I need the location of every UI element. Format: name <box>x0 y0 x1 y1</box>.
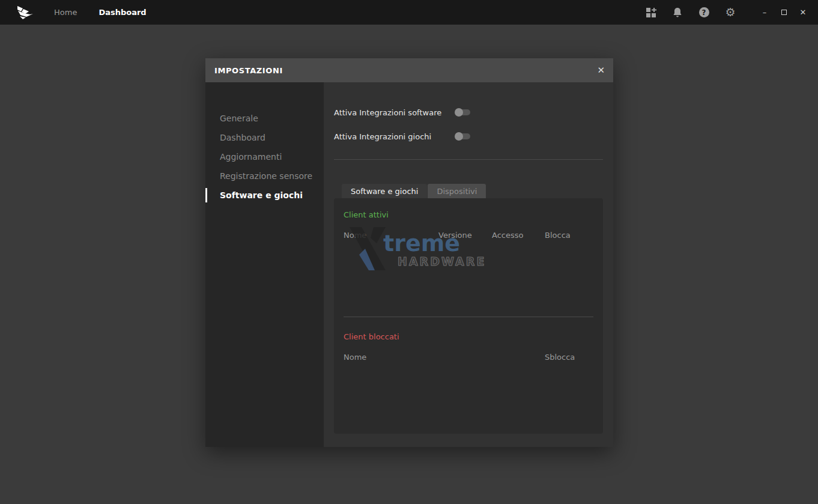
gear-glyph: ⚙ <box>725 7 735 18</box>
modal-close-icon[interactable]: ✕ <box>597 65 605 76</box>
modal-body: Generale Dashboard Aggiornamenti Registr… <box>205 82 613 447</box>
settings-modal: IMPOSTAZIONI ✕ Generale Dashboard Aggior… <box>205 58 613 447</box>
notifications-icon[interactable] <box>671 7 683 19</box>
sidebar-item-dashboard[interactable]: Dashboard <box>205 128 324 147</box>
topbar: Home Dashboard ? ⚙ – ✕ <box>0 0 818 25</box>
toggle-label-software: Attiva Integrazioni software <box>334 108 456 117</box>
toggle-label-games: Attiva Integrazioni giochi <box>334 132 456 141</box>
help-icon[interactable]: ? <box>698 7 710 19</box>
clients-divider <box>344 317 593 317</box>
maximize-button[interactable] <box>778 7 789 18</box>
col-header-sblocca: Sblocca <box>545 353 593 362</box>
settings-content: Attiva Integrazioni software Attiva Inte… <box>324 82 613 447</box>
main-nav: Home Dashboard <box>54 8 147 17</box>
software-integrations-toggle[interactable] <box>456 109 470 115</box>
close-window-button[interactable]: ✕ <box>798 7 808 18</box>
maximize-glyph <box>781 10 787 15</box>
add-device-icon[interactable] <box>645 7 657 19</box>
section-divider <box>334 159 603 160</box>
toggle-row-games: Attiva Integrazioni giochi <box>334 128 603 145</box>
clients-panel: Client attivi Nome Versione Accesso Bloc… <box>334 198 603 434</box>
sidebar-item-label: Software e giochi <box>220 190 303 200</box>
toggle-row-software: Attiva Integrazioni software <box>334 104 603 121</box>
watermark-hardware-text: HARDWARE <box>398 255 486 268</box>
game-integrations-toggle[interactable] <box>456 133 470 139</box>
col-header-nome: Nome <box>344 231 438 240</box>
active-clients-header-row: Nome Versione Accesso Blocca <box>344 231 593 240</box>
window-controls: – ✕ <box>759 7 808 18</box>
col-header-accesso: Accesso <box>492 231 545 240</box>
col-header-nome-blocked: Nome <box>344 353 545 362</box>
minimize-button[interactable]: – <box>759 7 770 18</box>
toggle-knob <box>455 132 463 141</box>
help-question-glyph: ? <box>699 7 709 17</box>
modal-title: IMPOSTAZIONI <box>214 66 283 75</box>
nav-dashboard[interactable]: Dashboard <box>98 8 146 17</box>
blocked-clients-header-row: Nome Sblocca <box>344 353 593 362</box>
blocked-clients-title: Client bloccati <box>344 332 593 341</box>
client-tabs: Software e giochi Dispositivi <box>342 184 603 198</box>
toggle-knob <box>455 108 463 117</box>
topbar-actions: ? ⚙ – ✕ <box>645 7 808 19</box>
sidebar-item-aggiornamenti[interactable]: Aggiornamenti <box>205 147 324 166</box>
sidebar-item-registrazione-sensore[interactable]: Registrazione sensore <box>205 166 324 186</box>
tab-dispositivi[interactable]: Dispositivi <box>428 184 486 198</box>
settings-icon[interactable]: ⚙ <box>724 7 736 19</box>
blocked-clients-section: Client bloccati Nome Sblocca <box>344 332 593 362</box>
settings-sidebar: Generale Dashboard Aggiornamenti Registr… <box>205 82 324 447</box>
nav-home[interactable]: Home <box>54 8 77 17</box>
tab-software-e-giochi[interactable]: Software e giochi <box>342 184 427 198</box>
col-header-versione: Versione <box>438 231 492 240</box>
corsair-logo-icon <box>17 6 34 19</box>
sidebar-item-generale[interactable]: Generale <box>205 109 324 128</box>
active-clients-title: Client attivi <box>344 210 593 219</box>
sidebar-item-software-e-giochi[interactable]: Software e giochi <box>205 186 324 205</box>
col-header-blocca: Blocca <box>545 231 593 240</box>
active-item-indicator <box>205 188 207 202</box>
modal-titlebar: IMPOSTAZIONI ✕ <box>205 58 613 82</box>
